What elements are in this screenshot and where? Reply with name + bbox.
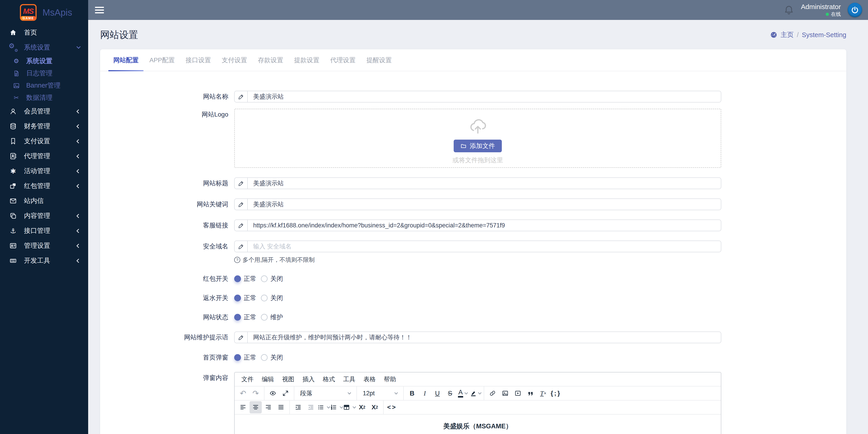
radio-option-on[interactable]: 正常 bbox=[234, 276, 256, 282]
brand-logo[interactable]: MS GAME MsApis bbox=[0, 0, 88, 25]
tab-payment-settings[interactable]: 支付设置 bbox=[216, 49, 252, 71]
source-code-button[interactable]: <> bbox=[386, 401, 398, 413]
redo-button[interactable]: ↷ bbox=[250, 387, 262, 399]
avatar[interactable] bbox=[848, 3, 862, 17]
sidebar-item-redpacket[interactable]: 红包管理 bbox=[0, 178, 88, 194]
menu-edit[interactable]: 编辑 bbox=[258, 375, 278, 383]
tab-reminder-settings[interactable]: 提醒设置 bbox=[361, 49, 397, 71]
insert-image-button[interactable] bbox=[499, 387, 511, 399]
site-keywords-input[interactable] bbox=[248, 199, 721, 210]
site-title-input[interactable] bbox=[248, 178, 721, 189]
tab-site-config[interactable]: 网站配置 bbox=[108, 49, 144, 71]
safe-domain-input[interactable] bbox=[248, 241, 721, 252]
menu-format[interactable]: 格式 bbox=[319, 375, 339, 383]
blockquote-button[interactable] bbox=[524, 387, 537, 399]
tab-app-config[interactable]: APP配置 bbox=[144, 49, 180, 71]
numbered-list-button[interactable] bbox=[330, 401, 343, 413]
add-file-button[interactable]: 添加文件 bbox=[454, 140, 502, 152]
table-button[interactable] bbox=[343, 401, 355, 413]
sidebar-item-dev-tools[interactable]: 开发工具 bbox=[0, 253, 88, 268]
radio-option-on[interactable]: 正常 bbox=[234, 354, 256, 361]
sidebar-item-site-mail[interactable]: 站内信 bbox=[0, 194, 88, 208]
insert-media-button[interactable] bbox=[512, 387, 524, 399]
radio-unselected-icon[interactable] bbox=[261, 314, 268, 321]
sidebar-group-system-settings[interactable]: ⚙⚙ 系统设置 bbox=[0, 40, 88, 55]
strikethrough-button[interactable]: S bbox=[444, 387, 456, 399]
menu-view[interactable]: 视图 bbox=[278, 375, 298, 383]
undo-button[interactable]: ↶ bbox=[237, 387, 249, 399]
service-link-input[interactable] bbox=[248, 220, 721, 231]
radio-option-off[interactable]: 关闭 bbox=[261, 276, 283, 282]
outdent-button[interactable] bbox=[305, 401, 317, 413]
bullet-list-button[interactable] bbox=[317, 401, 330, 413]
home-popup-radio-group: 正常 关闭 bbox=[234, 352, 721, 364]
radio-option-normal[interactable]: 正常 bbox=[234, 314, 256, 321]
sidebar-item-payment-settings[interactable]: 支付设置 bbox=[0, 134, 88, 149]
field-site-name: 网站名称 bbox=[100, 91, 846, 103]
menu-table[interactable]: 表格 bbox=[360, 375, 380, 383]
editor-content-area[interactable]: 美盛娱乐（MSGAME） bbox=[235, 414, 721, 434]
menu-file[interactable]: 文件 bbox=[237, 375, 258, 383]
italic-button[interactable]: I bbox=[418, 387, 431, 399]
indent-button[interactable] bbox=[292, 401, 304, 413]
sidebar-item-agents[interactable]: 代理管理 bbox=[0, 149, 88, 164]
tab-api-settings[interactable]: 接口设置 bbox=[180, 49, 216, 71]
sidebar-item-activities[interactable]: ✱ 活动管理 bbox=[0, 164, 88, 178]
maintain-message-input[interactable] bbox=[248, 332, 721, 343]
sidebar-item-home[interactable]: 首页 bbox=[0, 25, 88, 40]
fullscreen-button[interactable] bbox=[279, 387, 291, 399]
backcolor-button[interactable] bbox=[469, 387, 482, 399]
superscript-button[interactable]: X2 bbox=[369, 401, 381, 413]
sidebar-item-members[interactable]: 会员管理 bbox=[0, 104, 88, 119]
sidebar-subitem-data-cleanup[interactable]: ✂ 数据清理 bbox=[0, 92, 88, 104]
site-name-input[interactable] bbox=[248, 91, 721, 102]
align-center-button[interactable] bbox=[250, 401, 262, 413]
tab-deposit-settings[interactable]: 存款设置 bbox=[252, 49, 289, 71]
sidebar-subitem-system-settings[interactable]: ⚙ 系统设置 bbox=[0, 55, 88, 67]
radio-unselected-icon[interactable] bbox=[261, 295, 268, 301]
radio-option-on[interactable]: 正常 bbox=[234, 295, 256, 301]
tab-withdraw-settings[interactable]: 提款设置 bbox=[289, 49, 325, 71]
activity-icon: ✱ bbox=[8, 167, 18, 175]
sidebar-item-content[interactable]: 内容管理 bbox=[0, 208, 88, 223]
sidebar-toggle-button[interactable] bbox=[95, 5, 104, 15]
menu-insert[interactable]: 插入 bbox=[298, 375, 319, 383]
forecolor-button[interactable]: A bbox=[457, 387, 469, 399]
radio-selected-icon[interactable] bbox=[234, 276, 241, 282]
chevron-down-icon bbox=[327, 405, 331, 408]
sidebar-item-api[interactable]: ⚓ 接口管理 bbox=[0, 223, 88, 238]
radio-unselected-icon[interactable] bbox=[261, 276, 268, 282]
menu-help[interactable]: 帮助 bbox=[380, 375, 400, 383]
pencil-icon bbox=[235, 332, 248, 343]
radio-option-off[interactable]: 关闭 bbox=[261, 295, 283, 301]
bold-button[interactable]: B bbox=[406, 387, 418, 399]
underline-button[interactable]: U bbox=[431, 387, 443, 399]
link-button[interactable] bbox=[487, 387, 499, 399]
radio-selected-icon[interactable] bbox=[234, 314, 241, 321]
sidebar-item-finance[interactable]: 财务管理 bbox=[0, 119, 88, 134]
code-sample-button[interactable]: {;} bbox=[550, 387, 562, 399]
sidebar-subitem-log-management[interactable]: 日志管理 bbox=[0, 67, 88, 80]
align-justify-button[interactable] bbox=[275, 401, 287, 413]
subscript-button[interactable]: X2 bbox=[356, 401, 368, 413]
preview-button[interactable] bbox=[267, 387, 279, 399]
tab-agent-settings[interactable]: 代理设置 bbox=[325, 49, 361, 71]
user-icon bbox=[8, 108, 18, 115]
radio-option-off[interactable]: 关闭 bbox=[261, 354, 283, 361]
logo-upload-dropzone[interactable]: 添加文件 或将文件拖到这里 bbox=[234, 109, 721, 168]
breadcrumb-home-link[interactable]: 主页 bbox=[780, 30, 794, 39]
radio-selected-icon[interactable] bbox=[234, 295, 241, 301]
sidebar-item-admin-settings[interactable]: 管理设置 bbox=[0, 238, 88, 253]
align-left-button[interactable] bbox=[237, 401, 249, 413]
radio-option-maintenance[interactable]: 维护 bbox=[261, 314, 283, 321]
sidebar-subitem-banner-management[interactable]: Banner管理 bbox=[0, 80, 88, 92]
radio-unselected-icon[interactable] bbox=[261, 354, 268, 361]
block-format-select[interactable]: 段落 bbox=[297, 387, 354, 399]
font-size-select[interactable]: 12pt bbox=[359, 387, 401, 399]
notifications-bell-icon[interactable] bbox=[784, 5, 794, 15]
remove-format-button[interactable]: T× bbox=[537, 387, 549, 399]
align-right-button[interactable] bbox=[262, 401, 274, 413]
radio-selected-icon[interactable] bbox=[234, 354, 241, 361]
menu-tools[interactable]: 工具 bbox=[339, 375, 360, 383]
user-menu[interactable]: Administrator 在线 bbox=[801, 3, 841, 17]
